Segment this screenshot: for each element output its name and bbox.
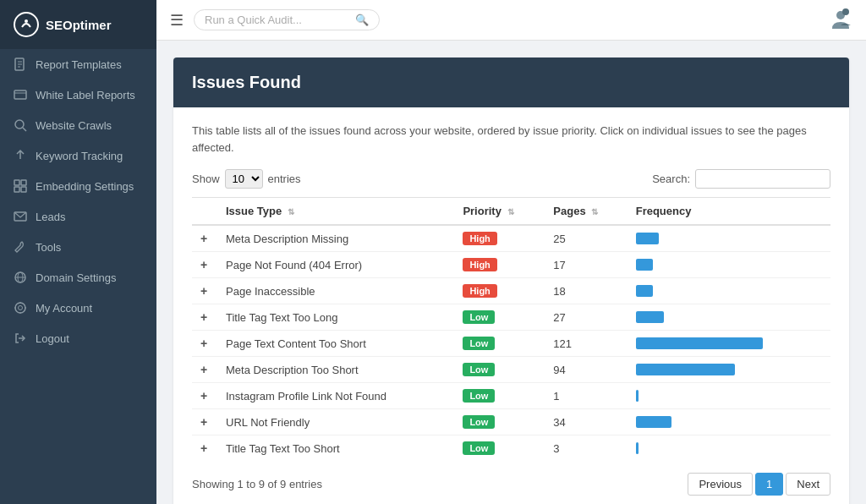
table-row[interactable]: + URL Not Friendly Low 34 bbox=[192, 409, 830, 436]
svg-rect-11 bbox=[21, 180, 26, 185]
expand-icon[interactable]: + bbox=[200, 284, 207, 298]
freq-bar-container bbox=[636, 364, 771, 375]
nav-label-white-label: White Label Reports bbox=[36, 89, 135, 101]
table-row[interactable]: + Title Tag Text Too Short Low 3 bbox=[192, 436, 830, 462]
table-row[interactable]: + Instagram Profile Link Not Found Low 1 bbox=[192, 383, 830, 409]
header-right bbox=[829, 7, 852, 33]
freq-bar bbox=[636, 311, 664, 323]
nav-label-logout: Logout bbox=[36, 332, 69, 345]
table-row[interactable]: + Title Tag Text Too Long Low 27 bbox=[192, 304, 830, 331]
sidebar-item-leads[interactable]: Leads bbox=[0, 201, 156, 232]
freq-bar bbox=[636, 416, 671, 428]
priority-badge: Low bbox=[463, 310, 495, 324]
hamburger-menu[interactable]: ☰ bbox=[170, 11, 184, 30]
freq-bar bbox=[636, 364, 735, 375]
quick-audit-search[interactable]: Run a Quick Audit... 🔍 bbox=[194, 9, 380, 30]
svg-rect-10 bbox=[14, 180, 19, 185]
svg-line-9 bbox=[23, 128, 26, 131]
freq-bar-container bbox=[636, 442, 771, 454]
table-search-control: Search: bbox=[652, 169, 830, 189]
frequency-cell bbox=[628, 436, 830, 462]
sidebar-item-report-templates[interactable]: Report Templates bbox=[0, 49, 156, 79]
description-text: This table lists all of the issues found… bbox=[192, 123, 830, 156]
pages-cell: 94 bbox=[545, 357, 627, 383]
freq-bar-container bbox=[636, 233, 771, 244]
issue-type-cell: Title Tag Text Too Long bbox=[217, 304, 454, 331]
expand-icon[interactable]: + bbox=[200, 337, 207, 350]
table-body: + Meta Description Missing High 25 + Pag… bbox=[192, 225, 830, 461]
col-pages[interactable]: Pages ⇅ bbox=[545, 198, 627, 226]
pages-cell: 27 bbox=[545, 304, 627, 331]
pages-cell: 3 bbox=[545, 436, 627, 462]
table-row[interactable]: + Meta Description Too Short Low 94 bbox=[192, 357, 830, 383]
expand-icon[interactable]: + bbox=[200, 389, 207, 403]
svg-rect-13 bbox=[21, 187, 26, 192]
table-row[interactable]: + Page Inaccessible High 18 bbox=[192, 278, 830, 304]
priority-badge: High bbox=[463, 258, 496, 271]
page-1-button[interactable]: 1 bbox=[755, 473, 783, 496]
sidebar-item-embedding-settings[interactable]: Embedding Settings bbox=[0, 171, 156, 201]
priority-badge: Low bbox=[463, 337, 495, 350]
expand-icon[interactable]: + bbox=[200, 363, 207, 376]
show-entries-control: Show 10 25 50 entries bbox=[192, 169, 301, 189]
priority-cell: Low bbox=[454, 409, 545, 436]
frequency-cell bbox=[628, 278, 830, 304]
sidebar-item-tools[interactable]: Tools bbox=[0, 232, 156, 262]
freq-bar-container bbox=[636, 285, 771, 297]
freq-bar-container bbox=[636, 311, 771, 323]
issue-type-cell: Instagram Profile Link Not Found bbox=[217, 383, 454, 409]
freq-bar bbox=[636, 285, 653, 297]
expand-icon[interactable]: + bbox=[200, 415, 207, 429]
nav-label-domain-settings: Domain Settings bbox=[36, 271, 116, 284]
sidebar-item-white-label[interactable]: White Label Reports bbox=[0, 79, 156, 110]
nav-label-embedding-settings: Embedding Settings bbox=[36, 180, 134, 193]
priority-cell: Low bbox=[454, 383, 545, 409]
expand-icon[interactable]: + bbox=[200, 441, 207, 455]
freq-bar-container bbox=[636, 390, 771, 402]
expand-icon[interactable]: + bbox=[200, 310, 207, 324]
sidebar-item-website-crawls[interactable]: Website Crawls bbox=[0, 110, 156, 140]
user-avatar-icon[interactable] bbox=[829, 7, 852, 30]
sidebar-item-keyword-tracking[interactable]: Keyword Tracking bbox=[0, 140, 156, 171]
expand-icon[interactable]: + bbox=[200, 232, 207, 245]
col-issue-type[interactable]: Issue Type ⇅ bbox=[217, 198, 454, 226]
nav-label-website-crawls: Website Crawls bbox=[36, 119, 112, 132]
nav-label-tools: Tools bbox=[36, 241, 61, 254]
table-row[interactable]: + Page Text Content Too Short Low 121 bbox=[192, 331, 830, 357]
header: ☰ Run a Quick Audit... 🔍 bbox=[156, 0, 866, 41]
frequency-cell bbox=[628, 383, 830, 409]
freq-bar bbox=[636, 337, 763, 349]
frequency-cell bbox=[628, 331, 830, 357]
pages-cell: 18 bbox=[545, 278, 627, 304]
priority-cell: High bbox=[454, 278, 545, 304]
pagination-row: Showing 1 to 9 of 9 entries Previous 1 N… bbox=[192, 473, 830, 496]
freq-bar-container bbox=[636, 259, 771, 271]
sidebar-item-logout[interactable]: Logout bbox=[0, 323, 156, 353]
table-row[interactable]: + Page Not Found (404 Error) High 17 bbox=[192, 252, 830, 278]
svg-point-8 bbox=[15, 120, 24, 129]
frequency-cell bbox=[628, 357, 830, 383]
issue-type-cell: Title Tag Text Too Short bbox=[217, 436, 454, 462]
sidebar-item-domain-settings[interactable]: Domain Settings bbox=[0, 262, 156, 293]
next-button[interactable]: Next bbox=[786, 473, 830, 496]
freq-bar bbox=[636, 442, 639, 454]
col-priority[interactable]: Priority ⇅ bbox=[454, 198, 545, 226]
issue-type-cell: URL Not Friendly bbox=[217, 409, 454, 436]
freq-bar bbox=[636, 390, 639, 402]
svg-rect-6 bbox=[14, 90, 26, 99]
previous-button[interactable]: Previous bbox=[688, 473, 753, 496]
table-search-input[interactable] bbox=[695, 169, 830, 189]
main-area: ☰ Run a Quick Audit... 🔍 Issues Found Th… bbox=[156, 0, 866, 504]
table-row[interactable]: + Meta Description Missing High 25 bbox=[192, 225, 830, 252]
sidebar-item-my-account[interactable]: My Account bbox=[0, 293, 156, 323]
content-area: Issues Found This table lists all of the… bbox=[156, 41, 866, 504]
priority-cell: High bbox=[454, 252, 545, 278]
sidebar: SEOptimer Report Templates White Label R… bbox=[0, 0, 156, 504]
entries-select[interactable]: 10 25 50 bbox=[225, 169, 263, 189]
svg-point-18 bbox=[15, 303, 25, 313]
priority-badge: Low bbox=[463, 441, 495, 455]
logo-text: SEOptimer bbox=[46, 18, 112, 32]
issue-type-cell: Meta Description Too Short bbox=[217, 357, 454, 383]
expand-icon[interactable]: + bbox=[200, 258, 207, 271]
svg-point-1 bbox=[25, 19, 28, 23]
